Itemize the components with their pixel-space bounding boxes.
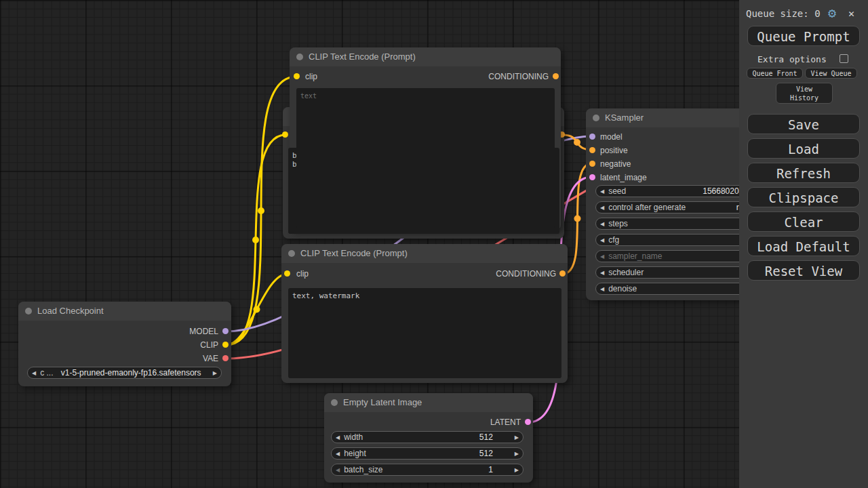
comfy-menu: Queue size: 0 ⚙ ✕ Queue Prompt Extra opt… bbox=[739, 0, 868, 488]
model-output-dot[interactable] bbox=[222, 328, 229, 334]
node-title-bar[interactable]: CLIP Text Encode (Prompt) bbox=[281, 244, 568, 263]
clip-link-dot[interactable] bbox=[254, 306, 260, 313]
conditioning-link-dot[interactable] bbox=[574, 216, 581, 222]
view-history-line1: View bbox=[796, 85, 812, 93]
node-load-checkpoint[interactable]: Load Checkpoint MODEL CLIP VAE ◀ c ... v… bbox=[18, 302, 231, 386]
close-icon[interactable]: ✕ bbox=[848, 7, 854, 20]
steps-widget[interactable]: ◀ steps bbox=[595, 218, 754, 230]
clip-link-dot[interactable] bbox=[258, 207, 264, 214]
clip-output-label: CLIP bbox=[200, 340, 218, 350]
decrement-arrow-icon[interactable]: ◀ bbox=[596, 253, 608, 260]
widget-value: 1 bbox=[488, 465, 511, 474]
conditioning-output-label: CONDITIONING bbox=[488, 72, 549, 81]
decrement-arrow-icon[interactable]: ◀ bbox=[332, 434, 344, 441]
next-option-arrow-icon[interactable]: ▶ bbox=[209, 370, 221, 376]
extra-options-checkbox[interactable] bbox=[840, 54, 848, 63]
node-title-bar[interactable]: CLIP Text Encode (Prompt) bbox=[290, 47, 561, 66]
widget-label: c ... bbox=[40, 368, 53, 378]
clip-input-dot[interactable] bbox=[294, 73, 300, 79]
negative-input-label: negative bbox=[600, 159, 631, 169]
collapse-dot-icon[interactable] bbox=[25, 308, 32, 314]
node-title: Load Checkpoint bbox=[37, 306, 104, 316]
model-input-dot[interactable] bbox=[589, 134, 595, 140]
node-empty-latent-image[interactable]: Empty Latent Image LATENT ◀ width 512 ▶ … bbox=[324, 393, 533, 483]
vae-output-label: VAE bbox=[203, 354, 218, 363]
clip-input-dot[interactable] bbox=[282, 131, 288, 138]
widget-label: denoise bbox=[608, 284, 637, 293]
load-default-button[interactable]: Load Default bbox=[747, 236, 860, 256]
width-widget[interactable]: ◀ width 512 ▶ bbox=[331, 431, 524, 443]
clip-input-label: clip bbox=[296, 269, 309, 279]
settings-gear-icon[interactable]: ⚙ bbox=[828, 5, 836, 21]
increment-arrow-icon[interactable]: ▶ bbox=[511, 467, 523, 473]
latent-image-input-dot[interactable] bbox=[589, 174, 595, 180]
node-title-bar[interactable]: Load Checkpoint bbox=[18, 302, 231, 321]
widget-label: height bbox=[344, 449, 366, 458]
decrement-arrow-icon[interactable]: ◀ bbox=[596, 286, 608, 292]
sampler-name-widget[interactable]: ◀ sampler_name bbox=[595, 250, 754, 262]
view-history-button[interactable]: View History bbox=[776, 83, 833, 104]
refresh-button[interactable]: Refresh bbox=[747, 163, 860, 183]
decrement-arrow-icon[interactable]: ◀ bbox=[332, 451, 344, 457]
decrement-arrow-icon[interactable]: ◀ bbox=[332, 467, 344, 473]
node-title: Empty Latent Image bbox=[343, 397, 422, 407]
clipspace-button[interactable]: Clipspace bbox=[747, 187, 860, 207]
node-title: CLIP Text Encode (Prompt) bbox=[309, 52, 416, 62]
node-graph-canvas[interactable]: CLIP Text Encode (Prompt) clip CONDITION… bbox=[0, 0, 868, 488]
increment-arrow-icon[interactable]: ▶ bbox=[511, 451, 523, 457]
conditioning-output-dot[interactable] bbox=[559, 270, 566, 277]
decrement-arrow-icon[interactable]: ◀ bbox=[596, 205, 608, 211]
decrement-arrow-icon[interactable]: ◀ bbox=[596, 188, 608, 195]
widget-label: sampler_name bbox=[608, 251, 662, 261]
batch-size-widget[interactable]: ◀ batch_size 1 ▶ bbox=[331, 464, 524, 476]
textarea-placeholder: text bbox=[300, 92, 317, 100]
model-output-label: MODEL bbox=[189, 327, 218, 336]
control-after-generate-widget[interactable]: ◀ control after generate ran bbox=[595, 201, 754, 214]
prompt-textarea-top[interactable]: text bbox=[296, 88, 555, 228]
collapse-dot-icon[interactable] bbox=[296, 54, 303, 60]
vae-output-dot[interactable] bbox=[222, 355, 229, 361]
positive-input-dot[interactable] bbox=[589, 147, 595, 153]
decrement-arrow-icon[interactable]: ◀ bbox=[596, 221, 608, 227]
node-title-bar[interactable]: Empty Latent Image bbox=[324, 393, 533, 412]
node-ksampler[interactable]: KSampler model positive negative latent_… bbox=[586, 108, 750, 300]
clip-input-dot[interactable] bbox=[284, 270, 290, 277]
widget-label: cfg bbox=[608, 235, 619, 245]
node-clip-text-encode-negative[interactable]: CLIP Text Encode (Prompt) clip CONDITION… bbox=[281, 244, 568, 383]
conditioning-link-dot[interactable] bbox=[574, 139, 580, 146]
save-button[interactable]: Save bbox=[747, 114, 860, 134]
collapse-dot-icon[interactable] bbox=[288, 250, 295, 257]
decrement-arrow-icon[interactable]: ◀ bbox=[596, 270, 608, 276]
queue-prompt-button[interactable]: Queue Prompt bbox=[747, 26, 860, 46]
reset-view-button[interactable]: Reset View bbox=[747, 260, 860, 281]
view-queue-button[interactable]: View Queue bbox=[805, 68, 857, 79]
latent-output-label: LATENT bbox=[490, 418, 521, 427]
widget-label: scheduler bbox=[608, 268, 644, 277]
load-button[interactable]: Load bbox=[747, 138, 860, 159]
prompt-textarea-negative[interactable]: text, watermark bbox=[288, 288, 561, 378]
widget-value: 512 bbox=[479, 432, 511, 442]
clip-output-dot[interactable] bbox=[222, 342, 229, 348]
height-widget[interactable]: ◀ height 512 ▶ bbox=[331, 447, 524, 460]
seed-widget[interactable]: ◀ seed 1566802087 bbox=[595, 185, 754, 197]
node-title-bar[interactable]: KSampler bbox=[586, 108, 750, 127]
cfg-widget[interactable]: ◀ cfg bbox=[595, 234, 754, 246]
negative-input-dot[interactable] bbox=[589, 161, 595, 167]
scheduler-widget[interactable]: ◀ scheduler bbox=[595, 266, 754, 279]
increment-arrow-icon[interactable]: ▶ bbox=[511, 434, 523, 441]
model-input-label: model bbox=[600, 132, 623, 142]
ckpt-name-widget[interactable]: ◀ c ... v1-5-pruned-emaonly-fp16.safeten… bbox=[27, 367, 222, 379]
widget-label: steps bbox=[608, 219, 628, 228]
view-history-line2: History bbox=[790, 94, 818, 102]
collapse-dot-icon[interactable] bbox=[331, 399, 338, 406]
denoise-widget[interactable]: ◀ denoise bbox=[595, 283, 754, 295]
decrement-arrow-icon[interactable]: ◀ bbox=[596, 237, 608, 243]
clear-button[interactable]: Clear bbox=[747, 211, 860, 232]
latent-image-input-label: latent_image bbox=[600, 173, 647, 182]
queue-front-button[interactable]: Queue Front bbox=[747, 68, 803, 79]
prev-option-arrow-icon[interactable]: ◀ bbox=[28, 370, 40, 376]
collapse-dot-icon[interactable] bbox=[593, 115, 599, 121]
conditioning-output-dot[interactable] bbox=[553, 73, 559, 79]
latent-output-dot[interactable] bbox=[525, 419, 531, 425]
clip-link-dot[interactable] bbox=[252, 237, 259, 243]
